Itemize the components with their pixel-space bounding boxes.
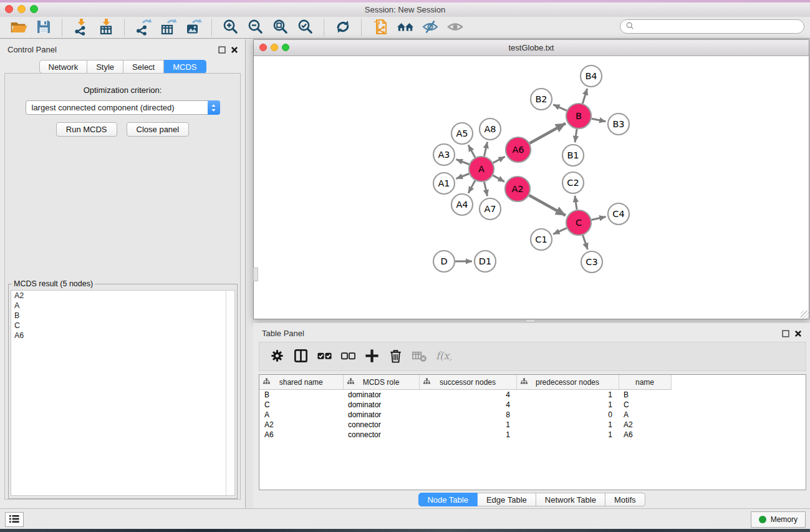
column-header-MCDS-role[interactable]: MCDS role <box>343 375 419 390</box>
result-list-item[interactable]: A <box>11 301 234 311</box>
graph-node-C2[interactable]: C2 <box>562 172 584 193</box>
table-toolbar-button-select-all-rows[interactable] <box>312 345 336 369</box>
graph-node-A8[interactable]: A8 <box>480 118 501 140</box>
task-history-button[interactable] <box>5 512 24 527</box>
network-canvas[interactable]: B4B2BB3A8A5A6B1A3AA1C2A2A4A7C4CC1C3DD1 <box>254 56 809 319</box>
graph-edge-B-B4[interactable] <box>582 89 587 104</box>
toolbar-button-save-session[interactable] <box>31 17 56 37</box>
search-input[interactable] <box>637 22 799 32</box>
memory-button[interactable]: Memory <box>751 511 806 528</box>
column-header-predecessor-nodes[interactable]: predecessor nodes <box>516 375 619 390</box>
network-close-button[interactable] <box>259 44 267 51</box>
table-toolbar-button-table-settings[interactable] <box>265 345 289 369</box>
table-toolbar-button-delete-table[interactable] <box>407 345 431 369</box>
graph-edge-B-B3[interactable] <box>592 118 606 122</box>
graph-node-B1[interactable]: B1 <box>562 145 584 166</box>
run-mcds-button[interactable]: Run MCDS <box>56 122 117 137</box>
graph-edge-A-A3[interactable] <box>456 160 470 165</box>
table-toolbar-button-delete-columns[interactable] <box>383 345 407 369</box>
result-list-item[interactable]: C <box>11 321 234 331</box>
graph-node-B3[interactable]: B3 <box>608 114 629 135</box>
tab-network[interactable]: Network <box>39 60 87 74</box>
graph-node-C1[interactable]: C1 <box>531 229 552 250</box>
graph-node-C4[interactable]: C4 <box>608 203 629 225</box>
network-minimize-button[interactable] <box>271 44 278 51</box>
horizontal-split-handle[interactable] <box>526 319 535 322</box>
graph-edge-A-A8[interactable] <box>485 142 488 157</box>
tab-mcds[interactable]: MCDS <box>164 60 206 74</box>
graph-node-B4[interactable]: B4 <box>581 65 602 87</box>
table-row[interactable]: A6connector11A6 <box>259 430 806 440</box>
graph-edge-A2-C[interactable] <box>529 195 566 215</box>
tab-motifs[interactable]: Motifs <box>605 493 645 506</box>
toolbar-button-export-network[interactable] <box>131 17 156 37</box>
result-list-item[interactable]: B <box>11 311 234 321</box>
graph-edge-A-A1[interactable] <box>456 174 470 179</box>
graph-node-A5[interactable]: A5 <box>451 123 473 144</box>
graph-edge-A-A5[interactable] <box>468 145 475 157</box>
result-list-scrollbar[interactable] <box>226 291 234 495</box>
graph-node-B[interactable]: B <box>566 104 591 128</box>
optimization-criterion-select[interactable]: largest connected component (directed) <box>26 100 220 115</box>
graph-node-D1[interactable]: D1 <box>475 251 496 272</box>
network-zoom-button[interactable] <box>282 44 289 51</box>
tab-network-table[interactable]: Network Table <box>536 493 605 506</box>
toolbar-button-zoom-out[interactable] <box>243 17 268 37</box>
graph-edge-A-A6[interactable] <box>493 157 505 163</box>
toolbar-button-show-graphics-details[interactable] <box>443 17 468 37</box>
toolbar-button-first-neighbors[interactable] <box>393 17 418 37</box>
toolbar-button-zoom-fit[interactable] <box>268 17 293 37</box>
toolbar-button-open-session[interactable] <box>6 17 31 37</box>
split-divider-handle[interactable] <box>253 268 258 281</box>
toolbar-button-import-network[interactable] <box>69 17 94 37</box>
table-toolbar-button-function-builder[interactable]: f(x) <box>431 345 455 369</box>
table-toolbar-button-deselect-all-rows[interactable] <box>336 345 360 369</box>
close-window-button[interactable] <box>5 5 13 13</box>
graph-edge-A-A4[interactable] <box>468 180 475 193</box>
column-header-successor-nodes[interactable]: successor nodes <box>419 375 516 390</box>
toolbar-button-zoom-selected[interactable] <box>293 17 318 37</box>
tab-select[interactable]: Select <box>123 60 164 74</box>
tab-edge-table[interactable]: Edge Table <box>478 493 536 506</box>
graph-node-D[interactable]: D <box>433 251 455 272</box>
graph-edge-C-C4[interactable] <box>592 217 606 220</box>
table-toolbar-button-column-visibility[interactable] <box>289 345 312 369</box>
graph-node-C[interactable]: C <box>566 210 591 235</box>
tab-node-table[interactable]: Node Table <box>418 493 478 506</box>
graph-node-C3[interactable]: C3 <box>581 251 602 273</box>
toolbar-button-toggle-graphics-details[interactable] <box>418 17 443 37</box>
table-row[interactable]: Bdominator41B <box>259 390 806 400</box>
graph-node-A7[interactable]: A7 <box>480 198 501 220</box>
toolbar-button-export-table[interactable] <box>156 17 181 37</box>
table-row[interactable]: Cdominator41C <box>259 400 806 410</box>
tab-style[interactable]: Style <box>87 60 123 74</box>
graph-edge-B-B1[interactable] <box>575 129 577 142</box>
zoom-window-button[interactable] <box>30 5 38 13</box>
toolbar-button-apply-layout[interactable] <box>330 17 355 37</box>
graph-edge-A-A7[interactable] <box>485 182 488 196</box>
graph-edge-C-C3[interactable] <box>583 235 588 249</box>
result-list-item[interactable]: A2 <box>11 291 234 301</box>
graph-edge-A-A2[interactable] <box>493 175 504 181</box>
table-row[interactable]: A2connector11A2 <box>259 420 806 430</box>
toolbar-button-zoom-in[interactable] <box>218 17 243 37</box>
close-panel-button[interactable]: Close panel <box>127 122 190 137</box>
graph-edge-B-B2[interactable] <box>553 105 567 111</box>
table-row[interactable]: Adominator80A <box>259 410 806 420</box>
search-box[interactable] <box>620 19 804 34</box>
toolbar-button-export-image[interactable] <box>181 17 206 37</box>
column-header-name[interactable]: name <box>619 375 671 390</box>
graph-node-B2[interactable]: B2 <box>531 89 552 110</box>
graph-edge-A6-B[interactable] <box>529 123 566 143</box>
graph-node-A[interactable]: A <box>469 157 494 181</box>
result-list-item[interactable]: A6 <box>11 331 234 341</box>
table-close-panel-icon[interactable] <box>794 329 802 337</box>
float-panel-icon[interactable] <box>218 46 226 54</box>
column-header-shared-name[interactable]: shared name <box>259 375 343 390</box>
close-panel-icon[interactable] <box>230 46 238 54</box>
minimize-window-button[interactable] <box>17 5 26 13</box>
graph-edge-C-C2[interactable] <box>575 196 577 210</box>
graph-edge-C-C1[interactable] <box>553 228 567 235</box>
mcds-result-list[interactable]: A2ABCA6 <box>11 290 235 496</box>
toolbar-button-new-network-from-selection[interactable] <box>368 17 393 37</box>
